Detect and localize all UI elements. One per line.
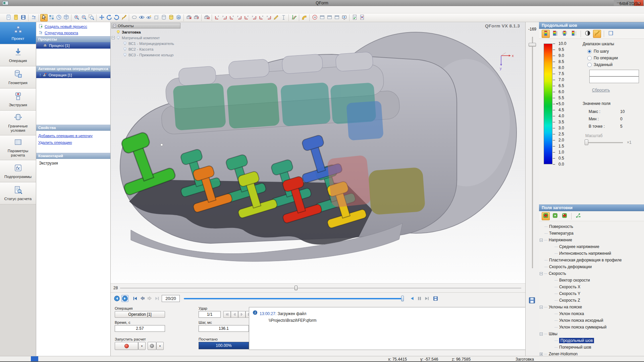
prev-record-button[interactable] bbox=[113, 295, 120, 302]
mesh-quality[interactable]: H bbox=[311, 14, 318, 21]
radio-by-step[interactable]: По шагу bbox=[587, 49, 609, 54]
bulbDim-icon[interactable] bbox=[123, 41, 127, 46]
play-to-end-button[interactable] bbox=[423, 295, 430, 302]
objects-tree-item[interactable]: Заготовка bbox=[111, 29, 180, 35]
fields-tree-item[interactable]: Уклон пояска исходный bbox=[539, 317, 644, 324]
new-document[interactable] bbox=[5, 14, 12, 21]
rotate-ccw[interactable] bbox=[105, 14, 113, 21]
operation-select-button[interactable]: Operation [1] bbox=[115, 311, 165, 318]
zoom-window[interactable] bbox=[88, 14, 95, 21]
field-on-both[interactable] bbox=[560, 212, 569, 220]
operation-item[interactable]: ! Операция [1] bbox=[36, 72, 110, 78]
objects-tree-item[interactable]: Матричный комплект bbox=[111, 35, 180, 41]
view-plane-xy[interactable]: zx bbox=[243, 14, 250, 21]
view-plane-ky[interactable]: yx bbox=[265, 14, 272, 21]
save-animation-button[interactable] bbox=[432, 295, 439, 302]
vector-scale-track[interactable] bbox=[586, 142, 623, 143]
sidebar-item[interactable]: Экструзия bbox=[0, 88, 36, 111]
zoom-in[interactable] bbox=[73, 14, 80, 21]
radio-custom[interactable]: Заданный bbox=[587, 62, 612, 67]
scene-3d[interactable] bbox=[111, 22, 525, 283]
rotate-cw[interactable] bbox=[113, 14, 120, 21]
field-on-source[interactable] bbox=[551, 212, 559, 220]
stop-simulation-dropdown[interactable]: ▼ bbox=[156, 342, 164, 350]
fields-tree-item[interactable]: Среднее напряжение bbox=[539, 243, 644, 250]
timeline-handle[interactable] bbox=[294, 286, 298, 290]
step-field[interactable]: 136.1 bbox=[199, 325, 249, 332]
create-process-link[interactable]: Создать новый процесс bbox=[45, 24, 87, 28]
vector-scale-handle[interactable] bbox=[585, 139, 588, 145]
play-backward-button[interactable] bbox=[409, 295, 416, 302]
menu-item[interactable] bbox=[8, 9, 14, 11]
show-tools[interactable] bbox=[160, 14, 167, 21]
flow-line[interactable] bbox=[301, 14, 308, 21]
scale-style-solid[interactable] bbox=[542, 30, 550, 38]
field-share[interactable] bbox=[574, 212, 582, 220]
pick-step[interactable] bbox=[55, 14, 62, 21]
save-project[interactable] bbox=[19, 14, 27, 21]
view-plane-xz[interactable]: yx bbox=[221, 14, 228, 21]
add-operation-link[interactable]: Добавить операцию в цепочку bbox=[38, 134, 93, 138]
blow-first-button[interactable] bbox=[223, 311, 231, 318]
menu-item[interactable] bbox=[20, 9, 26, 11]
expander-icon[interactable] bbox=[540, 306, 543, 309]
fields-tree-item[interactable]: Скорость bbox=[539, 270, 644, 277]
objects-tree-header[interactable]: Объекты bbox=[111, 23, 180, 28]
view-plane-zy[interactable]: yx bbox=[235, 14, 243, 21]
view-plane-zx[interactable]: zx bbox=[213, 14, 221, 21]
scale-style-grid[interactable] bbox=[570, 30, 578, 38]
menu-item[interactable] bbox=[2, 9, 8, 11]
sidebar-item[interactable]: Проект bbox=[0, 22, 36, 44]
radio-by-operation[interactable]: По операции bbox=[587, 56, 618, 60]
open-project[interactable] bbox=[12, 14, 19, 21]
show-contour[interactable] bbox=[130, 14, 138, 21]
start-simulation-button[interactable] bbox=[115, 342, 138, 350]
fields-tree-item[interactable]: Уклон пояска суммарный bbox=[539, 324, 644, 330]
first-frame-button[interactable] bbox=[131, 295, 139, 302]
viewport-3d[interactable]: Объекты Заготовка Матричный комплект bbox=[111, 22, 525, 283]
frame-counter[interactable]: 20/20 bbox=[162, 295, 180, 302]
zoom-out[interactable] bbox=[80, 14, 88, 21]
highlight-brush[interactable] bbox=[120, 14, 127, 21]
manipulator[interactable] bbox=[48, 14, 55, 21]
menu-item[interactable] bbox=[38, 9, 44, 11]
expander-icon[interactable] bbox=[540, 353, 543, 356]
fields-tree-item[interactable]: Швы bbox=[539, 330, 644, 337]
fields-tree-item[interactable]: Вектор скорости bbox=[539, 277, 644, 284]
bulbOn-icon[interactable] bbox=[116, 30, 120, 34]
comment-text[interactable]: Экструзия bbox=[36, 159, 110, 168]
menu-item[interactable] bbox=[32, 9, 38, 11]
show-workpiece[interactable] bbox=[167, 14, 175, 21]
view-plane-kx[interactable]: zx bbox=[258, 14, 265, 21]
delete-operation-link[interactable]: Удалить операцию bbox=[38, 140, 72, 144]
view-plane-yx[interactable]: yx bbox=[250, 14, 258, 21]
view-plane-yz[interactable]: zx bbox=[228, 14, 235, 21]
blow-field[interactable]: 1/1 bbox=[199, 311, 221, 318]
layout-single[interactable] bbox=[318, 14, 326, 21]
fields-tree-item[interactable]: Скорость Y bbox=[539, 290, 644, 297]
menu-item[interactable] bbox=[26, 9, 32, 11]
field-on-deformed[interactable] bbox=[542, 212, 550, 220]
tool-delete[interactable] bbox=[185, 14, 193, 21]
sidebar-item[interactable]: Геометрия bbox=[0, 66, 36, 88]
step-back-button[interactable] bbox=[139, 295, 146, 302]
layout-two[interactable] bbox=[326, 14, 333, 21]
log-box[interactable]: i 13:00:27: Загружен файл \\Projects\Bra… bbox=[249, 307, 537, 350]
expander-icon[interactable] bbox=[112, 36, 115, 39]
fields-tree-item[interactable]: Уклоны на пояске bbox=[539, 304, 644, 310]
start-simulation-dropdown[interactable]: ▼ bbox=[138, 342, 146, 350]
measure[interactable] bbox=[272, 14, 280, 21]
show-assembly[interactable]: 3D bbox=[175, 14, 182, 21]
fields-tree-item[interactable]: Напряжение bbox=[539, 237, 644, 243]
sidebar-item[interactable]: Статус расчета bbox=[0, 182, 36, 204]
blow-prev-button[interactable] bbox=[231, 311, 238, 318]
trace-lines[interactable] bbox=[290, 14, 298, 21]
fields-tree-item[interactable]: Пластическая деформация в профиле bbox=[539, 257, 644, 263]
scale-style-lines[interactable] bbox=[560, 30, 569, 38]
bulbDim-icon[interactable] bbox=[123, 53, 127, 57]
project-structure-link[interactable]: Структура проекта bbox=[45, 31, 78, 35]
scale-max-input[interactable] bbox=[589, 70, 639, 76]
reset-link[interactable]: Сбросить bbox=[592, 88, 610, 93]
collapse-icon[interactable] bbox=[113, 24, 116, 27]
pick-object[interactable] bbox=[62, 14, 70, 21]
